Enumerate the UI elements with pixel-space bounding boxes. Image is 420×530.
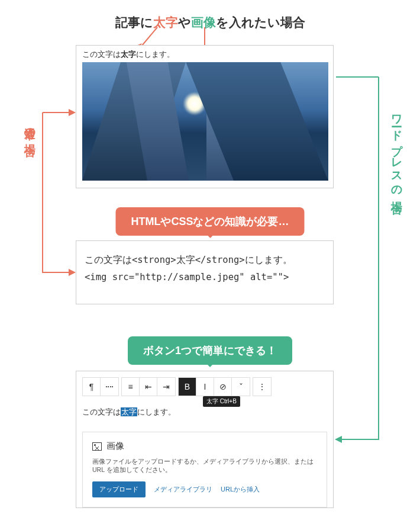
svg-marker-5 [69, 109, 76, 116]
image-block-placeholder: 画像 画像ファイルをアップロードするか、メディアライブラリから選択、または UR… [82, 432, 327, 507]
bold-button[interactable]: B [179, 378, 196, 396]
image-block-description: 画像ファイルをアップロードするか、メディアライブラリから選択、または URL を… [92, 458, 317, 474]
svg-marker-4 [69, 269, 76, 276]
editor-text-before: この文字は [82, 407, 121, 416]
align-button[interactable]: ≡ [122, 378, 140, 396]
diagram-title: 記事に太字や画像を入れたい場合 [0, 14, 420, 31]
title-part1: 記事に [115, 15, 153, 29]
editor-text-after: にします。 [137, 407, 176, 416]
callout-html-required: HTMLやCSSなどの知識が必要… [116, 207, 305, 236]
callout-one-button: ボタン1つで簡単にできる！ [128, 336, 292, 365]
indent-button[interactable]: ⇥ [157, 378, 175, 396]
drag-handle-icon[interactable]: ᠁ [101, 378, 118, 396]
editor-toolbar: ¶ ᠁ ≡ ⇤ ⇥ B I ⊘ ˅ ⋮ 太字 Ctrl+B [82, 377, 327, 396]
editor-content-line[interactable]: この文字は太字にします。 [82, 407, 327, 417]
title-part2: や [178, 15, 191, 29]
svg-marker-6 [335, 436, 342, 443]
label-wordpress-case: ワードプレスの場合 [389, 107, 405, 195]
outdent-button[interactable]: ⇤ [140, 378, 157, 396]
preview-text: この文字は太字にします。 [82, 49, 327, 60]
raw-html-code-box: この文字は<strong>太字</strong>にします。 <img src="… [76, 240, 334, 304]
rendered-preview-box: この文字は太字にします。 [76, 45, 334, 188]
title-accent-image: 画像 [191, 15, 216, 29]
media-library-link[interactable]: メディアライブラリ [154, 485, 212, 494]
options-button[interactable]: ⋮ [253, 378, 271, 396]
code-line-2: <img src="http://sample.jpeg" alt=""> [85, 269, 325, 286]
upload-button[interactable]: アップロード [92, 481, 146, 497]
more-formatting-button[interactable]: ˅ [232, 378, 250, 396]
wordpress-editor-box: ¶ ᠁ ≡ ⇤ ⇥ B I ⊘ ˅ ⋮ 太字 Ctrl+B この文字は太字にしま… [76, 371, 334, 508]
title-part3: を入れたい場合 [216, 15, 305, 29]
image-icon [92, 442, 102, 451]
italic-button[interactable]: I [196, 378, 214, 396]
link-button[interactable]: ⊘ [214, 378, 232, 396]
paragraph-button[interactable]: ¶ [83, 378, 101, 396]
preview-text-after: にします。 [136, 50, 175, 59]
insert-from-url-link[interactable]: URLから挿入 [221, 485, 260, 494]
editor-text-selected: 太字 [121, 407, 137, 416]
code-line-1: この文字は<strong>太字</strong>にします。 [85, 252, 325, 269]
preview-image [82, 62, 328, 181]
preview-text-bold: 太字 [121, 50, 136, 59]
label-normal-case: 通常の場合 [22, 118, 38, 137]
title-accent-bold: 太字 [153, 15, 178, 29]
preview-text-before: この文字は [82, 50, 121, 59]
bold-tooltip: 太字 Ctrl+B [203, 396, 240, 407]
image-block-title: 画像 [106, 441, 124, 452]
